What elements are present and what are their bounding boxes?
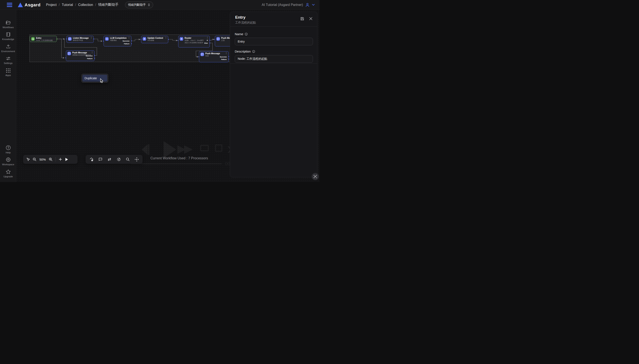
port-else[interactable]: Else <box>204 42 208 44</box>
chat-bubble-icon <box>68 37 72 41</box>
sidebar-item-apps[interactable]: Apps <box>0 68 16 76</box>
port-success[interactable]: Success <box>220 56 227 58</box>
router-arrows-icon <box>180 37 183 41</box>
left-sidebar: Workflows Knowledge Environment Settings… <box>0 10 16 182</box>
node-menu-icon[interactable]: ⋮ <box>165 37 167 39</box>
node-menu-icon[interactable]: ⋮ <box>206 37 208 39</box>
chevron-down-icon[interactable] <box>312 4 315 6</box>
add-context-node-button[interactable] <box>108 158 112 161</box>
port-success[interactable]: Success <box>123 40 130 42</box>
breadcrumb: Project / Tutorial / Collection / 情緒判斷助手 <box>46 2 118 7</box>
workflow-selector-dropdown[interactable]: 情緒判斷助手 <box>125 2 153 8</box>
run-workflow-button[interactable] <box>65 158 68 161</box>
toolbar-divider <box>56 157 56 162</box>
scan-text-icon <box>314 175 317 178</box>
node-menu-icon[interactable]: ⋮ <box>225 52 227 54</box>
brand-name: Asgard <box>24 2 40 8</box>
zoom-in-button[interactable] <box>49 158 52 161</box>
description-label: Description <box>235 50 251 53</box>
upload-icon <box>6 44 11 49</box>
llm-cycle-icon <box>105 37 109 41</box>
node-subtitle: 依據If、Else If、Else條件決定工作流程執行的路徑 <box>184 40 205 44</box>
port-if[interactable]: If <box>207 40 208 41</box>
zoom-out-button[interactable] <box>33 158 36 161</box>
node-menu-icon[interactable]: ⋮ <box>128 37 130 39</box>
sidebar-item-help[interactable]: Help <box>0 145 16 154</box>
node-title: LLM Completion <box>110 37 128 39</box>
breadcrumb-collection[interactable]: Collection <box>78 3 93 7</box>
sidebar-item-workspace[interactable]: Workspace <box>0 157 16 166</box>
node-palette-toolbar <box>86 155 142 164</box>
pan-navigator-button[interactable] <box>135 158 139 162</box>
node-listen-message[interactable]: ⋮ Listen Message 聽取用戶問題 <box>66 36 94 43</box>
breadcrumb-project[interactable]: Project <box>46 3 56 7</box>
context-menu-item-duplicate[interactable]: Duplicate <box>82 75 107 82</box>
breadcrumb-tutorial[interactable]: Tutorial <box>62 3 73 7</box>
close-icon[interactable] <box>309 17 312 20</box>
app-root: Asgard Project / Tutorial / Collection /… <box>0 0 320 182</box>
node-update-context[interactable]: ⋮ Update Context 更新變數 <box>141 36 168 43</box>
description-input[interactable]: Node: 工作流程的起點 <box>235 55 313 63</box>
book-icon <box>6 32 11 37</box>
panel-header: Entry 工作流程的起點 <box>230 12 317 27</box>
node-title: Push Message <box>205 52 225 55</box>
breadcrumb-separator: / <box>75 3 76 7</box>
name-input[interactable]: Entry <box>235 38 313 45</box>
node-subtitle: Node: 工作流程的起點 <box>36 40 56 42</box>
hamburger-menu-icon[interactable] <box>7 3 12 7</box>
add-message-node-button[interactable] <box>98 158 102 161</box>
breadcrumb-workflow[interactable]: 情緒判斷助手 <box>98 2 119 7</box>
panel-title: Entry <box>235 15 246 20</box>
folder-icon <box>6 20 11 25</box>
zoom-level: 50% <box>40 158 46 161</box>
canvas-zoom-toolbar: 50% <box>23 155 78 164</box>
name-label: Name <box>235 32 243 36</box>
port-failure[interactable]: Failure <box>124 43 130 45</box>
add-entry-node-button[interactable] <box>90 158 94 162</box>
port-failure[interactable]: Failure <box>221 58 227 60</box>
node-push-message-direct[interactable]: ⋮ Push Message 直接輸出訊息的回應內容 Success Failu… <box>66 50 94 61</box>
panel-subtitle: 工作流程的起點 <box>235 21 256 24</box>
port-success[interactable]: Success <box>86 55 92 57</box>
description-field-group: Description Node: 工作流程的起點 <box>235 50 312 63</box>
add-node-button[interactable] <box>59 158 62 161</box>
node-properties-panel: Entry 工作流程的起點 Name Entry Description <box>230 12 318 177</box>
info-icon <box>252 50 255 53</box>
node-menu-icon[interactable]: ⋮ <box>90 37 92 39</box>
node-push-message-negative[interactable]: ⋮ Push Message 負面 Success Failure <box>199 51 228 62</box>
node-router[interactable]: ⋮ Router 依據If、Else If、Else條件決定工作流程執行的路徑 … <box>178 36 210 48</box>
user-label: AI Tutorial (Asgard Partner) <box>262 3 303 7</box>
top-bar: Asgard Project / Tutorial / Collection /… <box>0 0 320 10</box>
node-llm-completion[interactable]: ⋮ LLM Completion 判斷情緒 Success Failure <box>104 36 131 46</box>
user-avatar-icon[interactable] <box>305 2 310 7</box>
add-llm-node-button[interactable] <box>117 158 121 162</box>
processor-usage-status: Current Workflow Used : 7 Processors <box>150 156 208 160</box>
asgard-logo-icon <box>18 2 23 7</box>
breadcrumb-separator: / <box>95 3 96 7</box>
chat-bubble-icon <box>200 52 204 56</box>
sidebar-item-knowledge[interactable]: Knowledge <box>0 32 16 40</box>
gear-icon <box>6 157 11 162</box>
save-icon[interactable] <box>300 17 304 20</box>
info-icon <box>245 33 248 36</box>
panel-divider <box>230 63 317 64</box>
node-menu-icon[interactable]: ⋮ <box>91 51 93 54</box>
workflow-selector-label: 情緒判斷助手 <box>128 3 146 7</box>
swap-arrows-icon <box>142 37 146 41</box>
sliders-icon <box>6 56 11 61</box>
breadcrumb-separator: / <box>59 3 60 7</box>
node-title: Router <box>184 37 206 39</box>
search-button[interactable] <box>126 158 130 161</box>
sidebar-item-settings[interactable]: Settings <box>0 56 16 64</box>
chat-bubble-icon <box>216 37 220 41</box>
topbar-right: AI Tutorial (Asgard Partner) <box>262 2 315 7</box>
select-cursor-tool[interactable] <box>26 158 30 161</box>
node-entry[interactable]: Entry Node: 工作流程的起點 <box>30 36 57 42</box>
sidebar-item-workflows[interactable]: Workflows <box>0 20 16 28</box>
sidebar-item-environment[interactable]: Environment <box>0 44 16 52</box>
node-title: Push Message <box>72 52 91 54</box>
scan-summary-button[interactable] <box>312 173 319 180</box>
sidebar-item-upgrade[interactable]: Upgrade <box>0 169 16 178</box>
star-icon <box>6 169 11 174</box>
port-failure[interactable]: Failure <box>87 58 92 60</box>
